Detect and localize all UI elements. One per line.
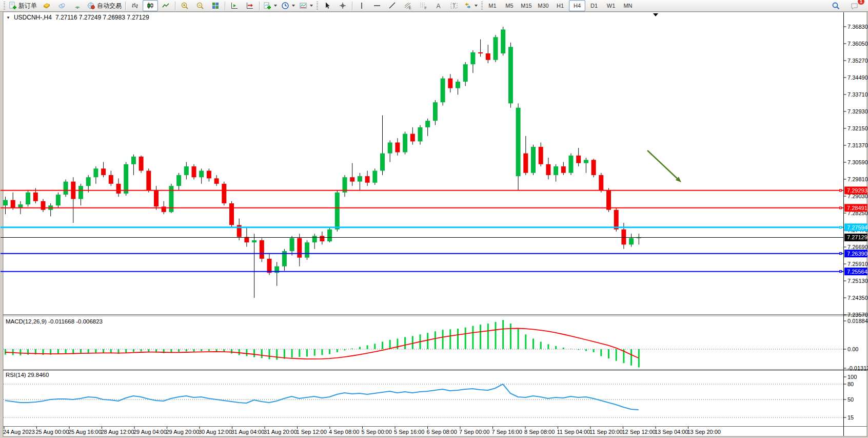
text-tool-button[interactable]: A bbox=[431, 0, 446, 11]
rsi-line bbox=[5, 384, 639, 410]
candle-body-up bbox=[554, 166, 558, 175]
templates-button[interactable] bbox=[297, 0, 315, 11]
time-axis-label: 11 Sep 20:00 bbox=[589, 429, 623, 435]
support-line-2-handle[interactable] bbox=[839, 270, 842, 273]
candle-body-down bbox=[11, 200, 15, 208]
new-chart-button[interactable] bbox=[261, 0, 279, 11]
resistance-line-1-handle[interactable] bbox=[839, 189, 842, 192]
chart-ohlc-values: 7.27116 7.27249 7.26983 7.27129 bbox=[55, 14, 149, 21]
timeframe-button-W1[interactable]: W1 bbox=[603, 0, 619, 11]
crosshair-icon bbox=[339, 2, 347, 10]
resistance-line-1-price-label: 7.29293 bbox=[847, 187, 867, 194]
resistance-line-2-handle[interactable] bbox=[839, 206, 842, 209]
candle-body-down bbox=[410, 134, 415, 142]
timeframe-button-H1[interactable]: H1 bbox=[552, 0, 568, 11]
metaeditor-button[interactable] bbox=[54, 0, 70, 11]
candlestick-chart-button[interactable] bbox=[143, 0, 158, 11]
candle-body-up bbox=[637, 237, 641, 238]
time-axis-label: 29 Aug 04:00 bbox=[133, 429, 167, 435]
chart-shift-button[interactable] bbox=[242, 0, 258, 11]
cursor-icon bbox=[323, 2, 331, 10]
timeframe-button-M15[interactable]: M15 bbox=[518, 0, 535, 11]
chart-window-background bbox=[3, 12, 867, 436]
time-axis: 24 Aug 202325 Aug 00:0025 Aug 16:0028 Au… bbox=[3, 427, 721, 435]
cursor-button[interactable] bbox=[320, 0, 335, 11]
tile-windows-icon bbox=[211, 2, 220, 10]
search-button[interactable] bbox=[828, 0, 843, 11]
price-axis-label: 7.33710 bbox=[847, 91, 868, 98]
main-toolbar: 新订单 自动交易 bbox=[0, 0, 868, 12]
arrows-tool-button[interactable] bbox=[462, 0, 480, 11]
candle-body-up bbox=[26, 193, 30, 204]
support-line-2-handle-dot bbox=[840, 271, 841, 272]
text-label-button[interactable]: T bbox=[446, 0, 462, 11]
price-axis-label: 7.32930 bbox=[847, 108, 868, 115]
vertical-line-button[interactable] bbox=[354, 0, 369, 11]
auto-scroll-icon bbox=[230, 2, 239, 10]
support-line-1-handle[interactable] bbox=[839, 252, 842, 255]
candle-body-down bbox=[244, 237, 249, 243]
signals-button[interactable] bbox=[70, 0, 85, 11]
dropdown-caret-icon bbox=[274, 5, 277, 7]
candle-body-up bbox=[569, 156, 574, 173]
crosshair-button[interactable] bbox=[335, 0, 350, 11]
support-line-1-price-label: 7.26390 bbox=[847, 251, 867, 257]
indicator-level-lines bbox=[4, 349, 844, 417]
periods-button[interactable] bbox=[279, 0, 297, 11]
chart-shift-icon bbox=[246, 2, 254, 10]
cycle-lines-button[interactable]: F bbox=[416, 0, 431, 11]
candle-body-up bbox=[124, 164, 128, 194]
drawn-arrow-object[interactable] bbox=[647, 150, 681, 182]
market-watch-button[interactable] bbox=[39, 0, 54, 11]
current-price-line-price-tag bbox=[844, 234, 867, 241]
candle-body-up bbox=[343, 177, 347, 193]
macd-axis: 0.018840.00-0.01312 bbox=[844, 318, 868, 371]
candle-body-down bbox=[109, 175, 113, 184]
toolbar-grip[interactable] bbox=[481, 2, 483, 10]
pivot-line-handle-dot bbox=[840, 227, 841, 228]
candle-body-up bbox=[93, 168, 98, 177]
toolbar-grip[interactable] bbox=[4, 2, 5, 10]
timeframe-button-M1[interactable]: M1 bbox=[484, 0, 501, 11]
timeframe-button-D1[interactable]: D1 bbox=[586, 0, 602, 11]
macd-axis-label: 0.01884 bbox=[847, 318, 868, 324]
time-axis-label: 25 Aug 16:00 bbox=[68, 429, 102, 435]
candle-body-down bbox=[192, 166, 196, 177]
price-axis-label: 7.32150 bbox=[847, 125, 868, 131]
new-order-button[interactable]: 新订单 bbox=[7, 0, 39, 11]
time-axis-label: 31 Aug 04:00 bbox=[231, 429, 265, 435]
timeframe-button-M30[interactable]: M30 bbox=[535, 0, 551, 11]
fibonacci-button[interactable]: E bbox=[400, 0, 416, 11]
candle-body-up bbox=[131, 157, 136, 164]
bar-chart-button[interactable] bbox=[127, 0, 143, 11]
chart-menu-icon[interactable]: ▼ bbox=[6, 15, 10, 20]
candle-body-down bbox=[214, 178, 219, 184]
zoom-in-button[interactable] bbox=[177, 0, 192, 11]
auto-scroll-button[interactable] bbox=[227, 0, 242, 11]
signal-icon bbox=[73, 2, 82, 10]
timeframe-button-H4[interactable]: H4 bbox=[569, 0, 585, 11]
timeframe-button-M5[interactable]: M5 bbox=[501, 0, 518, 11]
trendline-button[interactable] bbox=[385, 0, 400, 11]
new-order-icon bbox=[9, 2, 17, 10]
notifications-button[interactable]: 1 bbox=[846, 0, 862, 11]
line-chart-button[interactable] bbox=[158, 0, 173, 11]
mt4-application: { "toolbar": { "new_order_label": "新订单",… bbox=[0, 0, 868, 438]
toolbar-grip[interactable] bbox=[317, 2, 318, 10]
current-price-line-price-label: 7.27129 bbox=[847, 234, 867, 240]
time-axis-label: 8 Sep 08:00 bbox=[524, 429, 555, 435]
pivot-line-handle[interactable] bbox=[839, 226, 842, 228]
zoom-out-button[interactable] bbox=[192, 0, 208, 11]
autotrading-button[interactable]: 自动交易 bbox=[85, 0, 124, 11]
price-axis-label: 7.29810 bbox=[847, 176, 868, 182]
price-axis-label: 7.27470 bbox=[847, 227, 868, 233]
chart-canvas[interactable]: 7.368307.360507.352707.344907.337107.329… bbox=[0, 0, 868, 438]
candle-body-up bbox=[433, 102, 438, 121]
timeframe-button-MN[interactable]: MN bbox=[620, 0, 636, 11]
arrow-shaft[interactable] bbox=[647, 150, 677, 179]
tile-windows-button[interactable] bbox=[208, 0, 223, 11]
candle-body-down bbox=[222, 184, 226, 203]
chart-title: ▼ USDCNH-,H4 7.27116 7.27249 7.26983 7.2… bbox=[6, 14, 149, 21]
candle-body-up bbox=[327, 230, 332, 241]
horizontal-line-button[interactable] bbox=[369, 0, 385, 11]
